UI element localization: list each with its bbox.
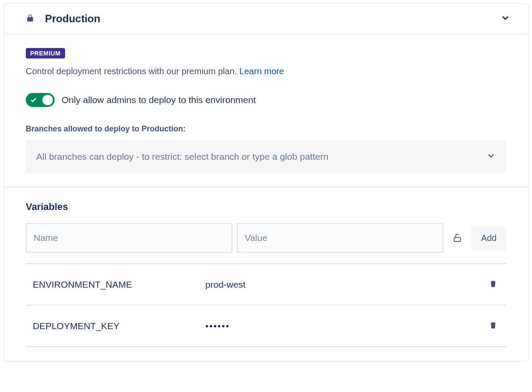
lock-icon: [26, 13, 35, 25]
variable-name: DEPLOYMENT_KEY: [33, 321, 205, 331]
branches-label: Branches allowed to deploy to Production…: [26, 124, 506, 134]
branches-select[interactable]: All branches can deploy - to restrict: s…: [26, 141, 506, 173]
premium-description: Control deployment restrictions with our…: [26, 66, 239, 76]
secure-toggle[interactable]: [448, 232, 467, 244]
chevron-down-icon: [500, 13, 511, 25]
delete-variable-button[interactable]: [487, 319, 499, 333]
variables-list: ENVIRONMENT_NAME prod-west DEPLOYMENT_KE…: [26, 263, 506, 347]
variables-section: Variables Add ENVIRONMENT_NAME prod-west: [4, 187, 528, 361]
trash-icon: [489, 279, 497, 289]
variable-name-input[interactable]: [26, 223, 232, 253]
learn-more-link[interactable]: Learn more: [239, 66, 284, 76]
variable-name: ENVIRONMENT_NAME: [33, 279, 205, 290]
variable-value: prod-west: [205, 279, 487, 290]
environment-panel: Production PREMIUM Control deployment re…: [3, 3, 529, 361]
variables-title: Variables: [26, 201, 506, 213]
panel-header-left: Production: [26, 13, 100, 25]
premium-badge: PREMIUM: [26, 48, 65, 58]
admin-only-toggle[interactable]: [26, 93, 55, 107]
add-variable-button[interactable]: Add: [471, 226, 506, 250]
chevron-down-icon: [486, 151, 496, 162]
variable-value-input[interactable]: [237, 223, 443, 253]
toggle-knob: [42, 95, 53, 105]
admin-toggle-row: Only allow admins to deploy to this envi…: [26, 93, 506, 107]
delete-variable-button[interactable]: [487, 277, 499, 292]
trash-icon: [489, 320, 497, 330]
variable-input-row: Add: [26, 223, 506, 253]
premium-description-row: Control deployment restrictions with our…: [26, 66, 506, 76]
environment-title: Production: [45, 13, 100, 25]
variable-row: DEPLOYMENT_KEY ••••••: [26, 306, 506, 347]
variable-row: ENVIRONMENT_NAME prod-west: [26, 264, 506, 306]
svg-rect-0: [454, 237, 461, 241]
restrictions-section: PREMIUM Control deployment restrictions …: [4, 34, 528, 187]
variable-value: ••••••: [205, 321, 487, 331]
panel-header[interactable]: Production: [4, 4, 528, 34]
admin-toggle-label: Only allow admins to deploy to this envi…: [62, 95, 256, 105]
branches-placeholder: All branches can deploy - to restrict: s…: [36, 151, 328, 162]
